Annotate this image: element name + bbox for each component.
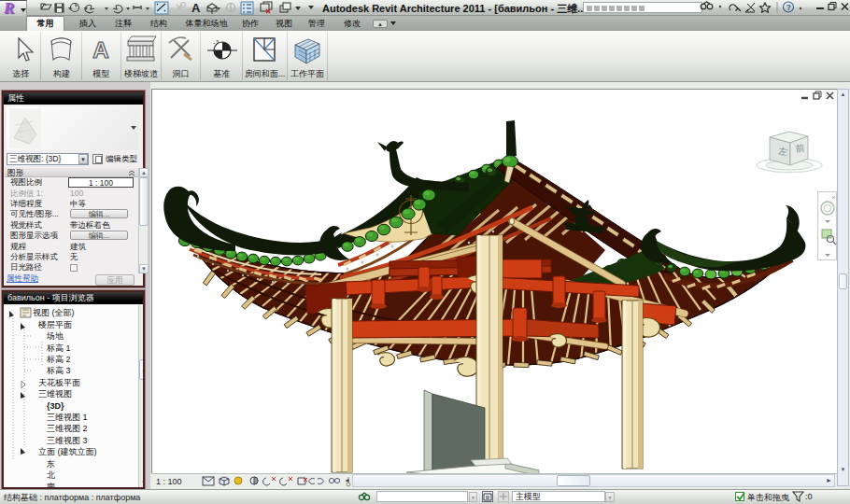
svg-text:前: 前 xyxy=(795,143,805,154)
svg-text:?: ? xyxy=(786,3,792,12)
svg-text:A: A xyxy=(191,1,201,15)
svg-text:A: A xyxy=(92,37,108,63)
svg-text:左: 左 xyxy=(778,146,788,157)
svg-text:x: x xyxy=(832,194,835,200)
